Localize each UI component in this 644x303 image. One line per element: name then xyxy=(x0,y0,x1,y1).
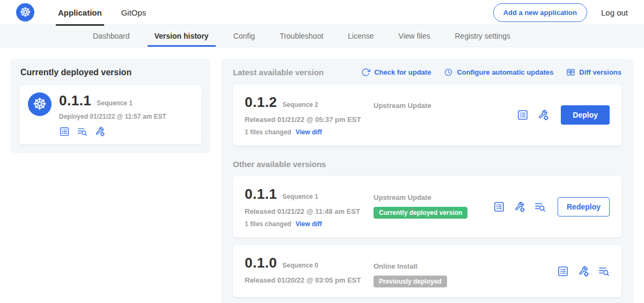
subnav-tab-license[interactable]: License xyxy=(335,25,386,47)
subnav-tab-view-files-label: View files xyxy=(399,32,430,40)
kubernetes-logo-icon: ☸ xyxy=(16,3,34,21)
deployed-sequence-label: Sequence 1 xyxy=(97,99,133,107)
version-info: 0.1.0 Sequence 0 Released 01/20/22 @ 03:… xyxy=(245,255,374,284)
sequence-label: Sequence 2 xyxy=(282,101,318,109)
logout-link[interactable]: Log out xyxy=(601,8,628,17)
release-notes-icon[interactable] xyxy=(493,201,505,213)
version-info: 0.1.2 Sequence 2 Released 01/21/22 @ 05:… xyxy=(245,94,374,136)
version-line: 0.1.0 Sequence 0 xyxy=(245,255,374,271)
kubernetes-wheel-glyph: ☸ xyxy=(19,6,31,19)
version-info: 0.1.1 Sequence 1 Released 01/21/22 @ 11:… xyxy=(245,186,374,228)
version-card-actions xyxy=(557,265,610,277)
subnav-tab-config[interactable]: Config xyxy=(221,25,267,47)
subnav-tab-troubleshoot[interactable]: Troubleshoot xyxy=(267,25,335,47)
other-versions-title: Other available versions xyxy=(233,160,621,169)
view-files-icon[interactable] xyxy=(77,126,87,137)
released-date: Released 01/21/22 @ 05:37 pm EST xyxy=(245,116,374,124)
released-date: Released 01/21/22 @ 11:48 am EST xyxy=(245,207,374,215)
diff-icon xyxy=(566,68,575,77)
version-card-actions: Deploy xyxy=(517,105,610,125)
version-number: 0.1.2 xyxy=(245,94,277,111)
version-number: 0.1.1 xyxy=(245,186,277,203)
deployed-panel-title: Currently deployed version xyxy=(20,68,202,77)
tab-application[interactable]: Application xyxy=(48,0,112,25)
deploy-button[interactable]: Deploy xyxy=(561,105,610,125)
edit-config-icon[interactable] xyxy=(514,201,525,213)
version-actions: Check for update Configure automatic upd… xyxy=(361,68,621,77)
edit-config-icon[interactable] xyxy=(94,126,105,137)
configure-automatic-updates-label: Configure automatic updates xyxy=(457,68,553,76)
source-label: Online Install xyxy=(374,262,447,270)
version-source: Upstream Update xyxy=(374,94,431,110)
latest-version-title: Latest available version xyxy=(233,68,324,77)
deployed-version-line: 0.1.1 Sequence 1 xyxy=(59,92,166,109)
edit-config-icon[interactable] xyxy=(537,109,549,121)
check-for-update-label: Check for update xyxy=(374,68,431,76)
topbar-right-actions: Add a new application Log out xyxy=(493,3,628,22)
check-for-update-button[interactable]: Check for update xyxy=(361,68,431,77)
deployed-version-info: 0.1.1 Sequence 1 Deployed 01/21/22 @ 11:… xyxy=(59,92,166,137)
view-diff-link[interactable]: View diff xyxy=(296,220,322,228)
files-changed-label: 1 files changed xyxy=(245,128,291,136)
files-changed-row: 1 files changed View diff xyxy=(245,220,374,228)
version-card-0-1-2: 0.1.2 Sequence 2 Released 01/21/22 @ 05:… xyxy=(233,84,621,146)
release-notes-icon[interactable] xyxy=(557,265,569,277)
view-files-icon[interactable] xyxy=(534,201,546,213)
subnav-tab-version-history[interactable]: Version history xyxy=(142,25,221,47)
deployed-version-number: 0.1.1 xyxy=(59,92,91,109)
add-application-button[interactable]: Add a new application xyxy=(493,3,587,22)
deployed-date: Deployed 01/21/22 @ 11:57 am EST xyxy=(59,113,166,120)
app-nav-tabs: Application GitOps xyxy=(48,0,156,25)
sequence-label: Sequence 1 xyxy=(282,193,318,200)
version-line: 0.1.1 Sequence 1 xyxy=(245,186,374,203)
subnav-tab-troubleshoot-label: Troubleshoot xyxy=(280,32,323,40)
view-diff-link[interactable]: View diff xyxy=(296,128,322,136)
previously-deployed-badge: Previously deployed xyxy=(374,276,447,287)
refresh-icon xyxy=(361,68,370,77)
sequence-label: Sequence 0 xyxy=(282,262,318,269)
diff-versions-button[interactable]: Diff versions xyxy=(566,68,621,77)
files-changed-row: 1 files changed View diff xyxy=(245,128,374,136)
schedule-icon xyxy=(444,68,453,77)
deployed-version-card: ☸ 0.1.1 Sequence 1 Deployed 01/21/22 @ 1… xyxy=(19,85,202,145)
view-files-icon[interactable] xyxy=(598,265,610,277)
tab-application-label: Application xyxy=(58,8,102,17)
diff-versions-label: Diff versions xyxy=(579,68,621,76)
currently-deployed-panel: Currently deployed version ☸ 0.1.1 Seque… xyxy=(11,59,210,153)
release-notes-icon[interactable] xyxy=(517,109,529,121)
version-card-0-1-0: 0.1.0 Sequence 0 Released 01/20/22 @ 03:… xyxy=(233,245,621,297)
subnav-tab-version-history-label: Version history xyxy=(155,32,209,40)
subnav-tab-view-files[interactable]: View files xyxy=(386,25,443,47)
subnav-tab-license-label: License xyxy=(348,32,374,40)
app-subnav: Dashboard Version history Config Trouble… xyxy=(0,25,644,47)
subnav-tab-registry-settings[interactable]: Registry settings xyxy=(442,25,522,47)
top-navigation-bar: ☸ Application GitOps Add a new applicati… xyxy=(0,0,644,25)
redeploy-button[interactable]: Redeploy xyxy=(558,197,610,217)
version-history-page: Currently deployed version ☸ 0.1.1 Seque… xyxy=(0,47,644,303)
version-number: 0.1.0 xyxy=(245,255,277,271)
deployed-action-icons xyxy=(59,126,166,137)
version-card-actions: Redeploy xyxy=(493,197,610,217)
release-notes-icon[interactable] xyxy=(59,126,70,137)
version-source: Online Install Previously deployed xyxy=(374,255,447,287)
files-changed-label: 1 files changed xyxy=(245,220,291,228)
source-label: Upstream Update xyxy=(374,193,467,201)
kubernetes-wheel-glyph: ☸ xyxy=(33,96,47,112)
currently-deployed-badge: Currently deployed version xyxy=(374,207,467,219)
version-line: 0.1.2 Sequence 2 xyxy=(245,94,374,111)
subnav-tab-registry-settings-label: Registry settings xyxy=(455,32,510,40)
subnav-tab-dashboard[interactable]: Dashboard xyxy=(80,25,142,47)
version-source: Upstream Update Currently deployed versi… xyxy=(374,186,467,219)
tab-gitops[interactable]: GitOps xyxy=(112,0,156,25)
version-history-panel: Latest available version Check for updat… xyxy=(221,59,633,303)
tab-gitops-label: GitOps xyxy=(121,8,147,17)
edit-config-icon[interactable] xyxy=(577,265,589,277)
subnav-tab-dashboard-label: Dashboard xyxy=(93,32,130,40)
subnav-tab-config-label: Config xyxy=(233,32,255,40)
source-label: Upstream Update xyxy=(374,102,431,110)
app-logo-icon: ☸ xyxy=(28,92,52,116)
latest-version-header: Latest available version Check for updat… xyxy=(233,68,621,77)
released-date: Released 01/20/22 @ 03:05 pm EST xyxy=(245,276,374,284)
configure-automatic-updates-button[interactable]: Configure automatic updates xyxy=(444,68,553,77)
version-card-0-1-1: 0.1.1 Sequence 1 Released 01/21/22 @ 11:… xyxy=(233,176,621,237)
